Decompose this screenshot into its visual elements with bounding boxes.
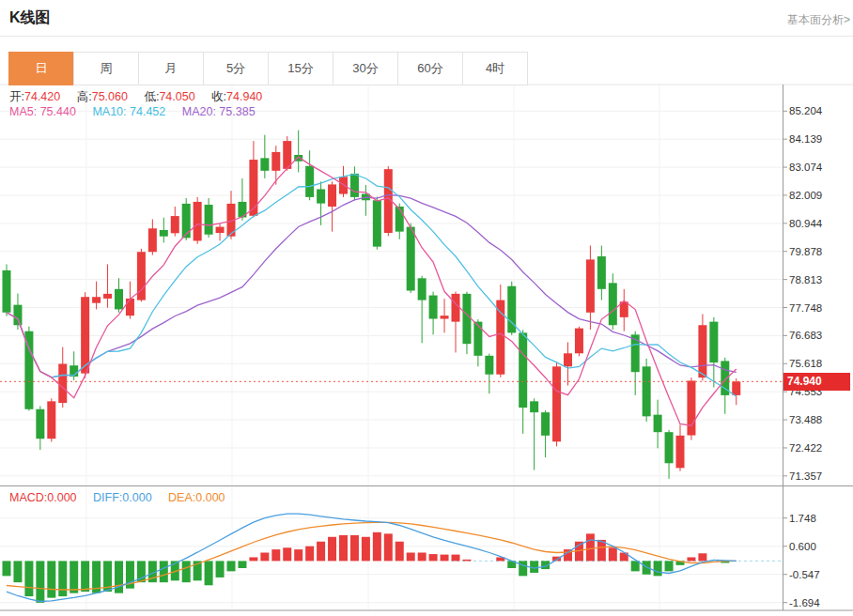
macd-value: 0.000: [47, 491, 76, 504]
y-axis-label: 71.357: [789, 470, 822, 482]
macd-label: MACD:: [9, 491, 47, 504]
kline-page: 85.20484.13983.07482.00980.94479.87878.8…: [0, 0, 853, 616]
dea-label: DEA:: [168, 491, 195, 504]
y-axis-label: 73.488: [789, 414, 822, 425]
y-axis-label: 78.813: [789, 274, 822, 285]
tab-15分[interactable]: 15分: [268, 52, 333, 85]
high-label: 高:: [77, 90, 92, 103]
tab-月[interactable]: 月: [138, 52, 204, 85]
tab-60分[interactable]: 60分: [397, 52, 463, 85]
macd-axis-label: 0.600: [789, 541, 816, 552]
page-title: K线图: [9, 8, 51, 28]
macd-axis-label: 1.748: [789, 513, 816, 524]
y-axis-label: 84.139: [789, 133, 822, 145]
y-axis-label: 72.422: [789, 442, 822, 454]
close-value: 74.940: [226, 90, 262, 103]
current-price-badge: 74.940: [783, 373, 850, 391]
dea-value: 0.000: [195, 491, 225, 504]
macd-axis-label: -0.547: [789, 569, 820, 580]
y-axis-label: 79.878: [789, 246, 822, 257]
low-value: 74.050: [159, 90, 194, 103]
y-axis-label: 77.748: [789, 302, 822, 314]
y-axis-label: 80.944: [789, 218, 823, 229]
open-value: 74.420: [24, 90, 60, 103]
diff-label: DIFF:: [93, 491, 122, 504]
high-value: 75.060: [92, 90, 128, 103]
y-axis-label: 83.074: [789, 162, 823, 173]
y-axis-label: 75.618: [789, 358, 822, 369]
ma10-line: [7, 175, 737, 397]
diff-value: 0.000: [122, 491, 151, 504]
fundamental-analysis-link[interactable]: 基本面分析>: [787, 12, 850, 28]
low-label: 低:: [144, 90, 159, 103]
tab-30分[interactable]: 30分: [333, 52, 398, 85]
y-axis-label: 85.204: [789, 105, 823, 116]
open-label: 开:: [9, 90, 24, 103]
ma10-value: 74.452: [130, 105, 165, 118]
tab-周[interactable]: 周: [73, 52, 139, 85]
macd-legend: MACD:0.000 DIFF:0.000 DEA:0.000: [9, 491, 225, 504]
tab-日[interactable]: 日: [8, 52, 74, 85]
period-tabbar: 日周月5分15分30分60分4时: [9, 52, 528, 85]
tab-5分[interactable]: 5分: [203, 52, 269, 85]
tab-4时[interactable]: 4时: [462, 52, 528, 85]
ma5-value: 75.440: [40, 105, 76, 118]
y-axis-label: 82.009: [789, 190, 822, 201]
ma20-value: 75.385: [219, 105, 255, 118]
ma20-line: [7, 195, 737, 377]
y-axis-label: 76.683: [789, 330, 822, 341]
page-header: K线图 基本面分析>: [0, 0, 853, 37]
ma-legend: MA5: 75.440 MA10: 74.452 MA20: 75.385: [9, 105, 256, 118]
ma10-label: MA10:: [92, 105, 126, 118]
macd-axis-label: -1.694: [789, 597, 820, 608]
ohlc-legend: 开:74.420 高:75.060 低:74.050 收:74.940: [9, 89, 262, 105]
ma20-label: MA20:: [182, 105, 216, 118]
close-label: 收:: [211, 90, 226, 103]
ma5-label: MA5:: [9, 105, 37, 118]
